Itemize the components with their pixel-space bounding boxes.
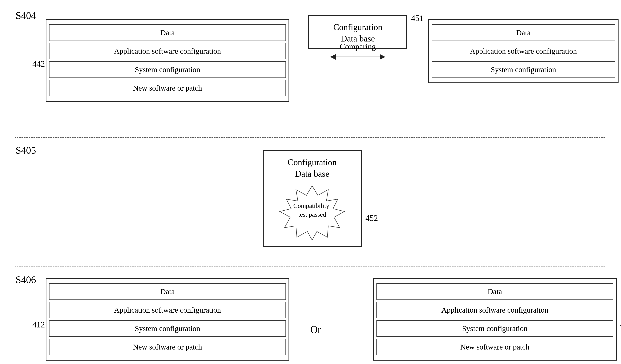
ref-452: 452 (365, 213, 378, 223)
comparing-area: Comparing (301, 42, 415, 62)
step-s404-label: S404 (16, 10, 36, 21)
row-app-sw-412: Application software configuration (49, 302, 286, 318)
comparing-label: Comparing (340, 42, 376, 51)
row-new-sw-442-bottom: New software or patch (377, 339, 613, 355)
divider-2 (15, 266, 605, 267)
row-data-411: Data (432, 24, 615, 41)
box-442-bottom: Data Application software configuration … (373, 278, 617, 361)
row-app-sw-442-bottom: Application software configuration (377, 302, 613, 318)
row-new-sw-442-top: New software or patch (49, 80, 286, 96)
ref-442-bottom: 442 (620, 320, 621, 329)
row-app-sw-442-top: Application software configuration (49, 43, 286, 59)
row-app-sw-411: Application software configuration (432, 43, 615, 59)
ref-451: 451 (411, 13, 424, 23)
row-sys-config-442-top: System configuration (49, 61, 286, 78)
row-data-442-top: Data (49, 24, 286, 41)
step-s405-label: S405 (16, 145, 36, 156)
divider-1 (15, 137, 605, 138)
box-411: Data Application software configuration … (428, 19, 619, 83)
box-442-top: Data Application software configuration … (46, 19, 289, 102)
config-db-452: Configuration Data base Compatibility te… (263, 150, 362, 247)
row-new-sw-412: New software or patch (49, 339, 286, 355)
row-sys-config-412: System configuration (49, 320, 286, 337)
row-data-442-bottom: Data (377, 283, 613, 300)
starburst: Compatibility test passed (276, 183, 348, 240)
ref-442-top: 442 (32, 59, 45, 69)
or-label: Or (310, 324, 321, 335)
row-data-412: Data (49, 283, 286, 300)
config-db-title-451: Configuration Data base (309, 18, 406, 46)
row-sys-config-411: System configuration (432, 61, 615, 78)
config-db-title-452: Configuration Data base (264, 153, 361, 181)
box-412: Data Application software configuration … (46, 278, 289, 361)
svg-marker-2 (380, 54, 385, 60)
ref-412: 412 (32, 320, 45, 329)
svg-marker-1 (330, 54, 336, 60)
comparing-arrow (325, 52, 391, 62)
step-s406-label: S406 (16, 274, 36, 285)
row-sys-config-442-bottom: System configuration (377, 320, 613, 337)
